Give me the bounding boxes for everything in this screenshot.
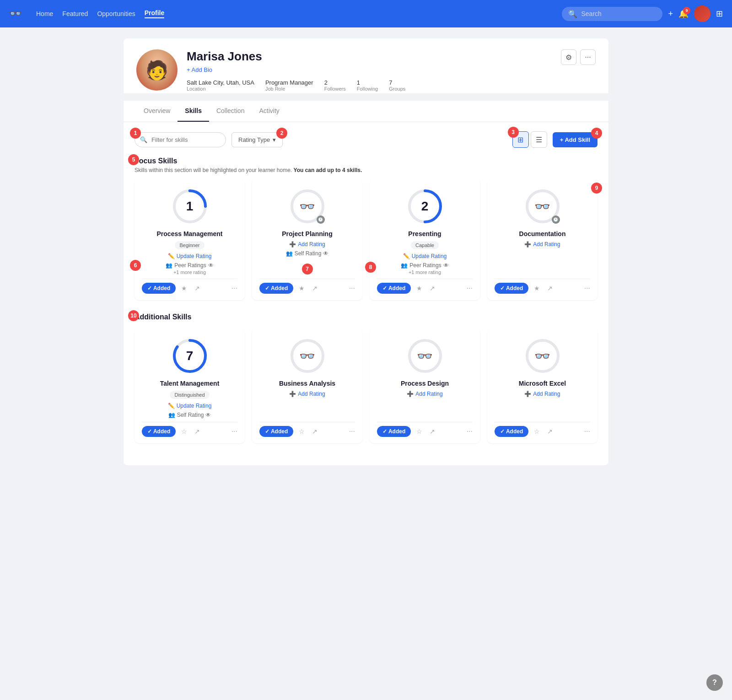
project-planning-add-rating[interactable]: ➕ Add Rating bbox=[289, 241, 325, 248]
microsoft-excel-name: Microsoft Excel bbox=[519, 380, 566, 387]
talent-mgmt-name: Talent Management bbox=[160, 380, 220, 387]
skills-filter-input[interactable] bbox=[135, 132, 226, 147]
business-analysis-star-btn[interactable]: ☆ bbox=[297, 427, 307, 436]
documentation-circle: 👓 🕐 bbox=[524, 188, 561, 225]
process-design-dots[interactable]: ··· bbox=[467, 427, 473, 436]
business-analysis-added-btn[interactable]: ✓ Added bbox=[259, 426, 293, 437]
process-mgmt-badge: Beginner bbox=[175, 241, 204, 249]
notifications-button[interactable]: 🔔 9 bbox=[678, 9, 689, 19]
add-button[interactable]: + bbox=[668, 9, 673, 19]
add-skill-button[interactable]: + Add Skill bbox=[553, 132, 597, 147]
process-design-add-rating[interactable]: ➕ Add Rating bbox=[407, 391, 442, 397]
project-planning-added-btn[interactable]: ✓ Added bbox=[259, 283, 293, 294]
talent-mgmt-dots[interactable]: ··· bbox=[231, 427, 237, 436]
process-mgmt-circle: 1 bbox=[172, 188, 208, 225]
followers-label[interactable]: Followers bbox=[324, 86, 346, 92]
visibility-icon: 👁 bbox=[208, 262, 214, 269]
process-design-share-btn[interactable]: ↗ bbox=[428, 427, 437, 436]
documentation-add-rating[interactable]: ➕ Add Rating bbox=[524, 241, 560, 248]
process-design-icon: 👓 bbox=[407, 338, 443, 374]
skill-card-business-analysis: 👓 Business Analysis ➕ Add Rating ✓ Added… bbox=[252, 328, 362, 443]
process-mgmt-share-btn[interactable]: ↗ bbox=[193, 284, 202, 293]
process-mgmt-star-btn[interactable]: ★ bbox=[179, 284, 189, 293]
peers-icon: 👥 bbox=[166, 262, 172, 269]
additional-skills-grid: 7 Talent Management Distinguished ✏️ Upd… bbox=[135, 328, 597, 443]
presenting-added-btn[interactable]: ✓ Added bbox=[377, 283, 411, 294]
process-mgmt-peer-ratings: 👥 Peer Ratings 👁 bbox=[166, 262, 213, 269]
presenting-footer: ✓ Added ★ ↗ ··· bbox=[377, 279, 473, 294]
presenting-update-rating[interactable]: ✏️ Update Rating bbox=[403, 253, 447, 259]
tab-collection[interactable]: Collection bbox=[209, 101, 252, 122]
tab-overview[interactable]: Overview bbox=[136, 101, 178, 122]
groups-label: Groups bbox=[389, 86, 405, 92]
process-design-footer: ✓ Added ☆ ↗ ··· bbox=[377, 422, 473, 437]
badge-4: 4 bbox=[591, 128, 602, 139]
search-icon: 🔍 bbox=[568, 10, 577, 18]
process-mgmt-added-btn[interactable]: ✓ Added bbox=[142, 283, 176, 294]
list-view-button[interactable]: ☰ bbox=[531, 131, 547, 148]
grid-menu-button[interactable]: ⊞ bbox=[716, 9, 723, 19]
project-planning-circle: 👓 🕐 bbox=[289, 188, 326, 225]
avatar[interactable] bbox=[694, 5, 710, 22]
business-analysis-share-btn[interactable]: ↗ bbox=[310, 427, 319, 436]
talent-mgmt-share-btn[interactable]: ↗ bbox=[193, 427, 202, 436]
nav-opportunities[interactable]: Opportunities bbox=[97, 10, 135, 17]
project-planning-star-btn[interactable]: ★ bbox=[297, 284, 307, 293]
search-input[interactable] bbox=[581, 10, 656, 17]
jobrole-detail: Program Manager Job Role bbox=[265, 79, 313, 92]
badge-1: 1 bbox=[130, 128, 141, 139]
microsoft-excel-add-rating[interactable]: ➕ Add Rating bbox=[524, 391, 560, 397]
focus-skills-subtitle: Skills within this section will be highl… bbox=[135, 167, 597, 173]
nav-profile[interactable]: Profile bbox=[145, 9, 165, 18]
presenting-circle: 2 bbox=[407, 188, 443, 225]
process-design-star-btn[interactable]: ☆ bbox=[414, 427, 424, 436]
jobrole-value: Program Manager bbox=[265, 79, 313, 86]
badge-10: 10 bbox=[128, 310, 139, 321]
documentation-dots[interactable]: ··· bbox=[584, 284, 590, 292]
process-mgmt-update-rating[interactable]: ✏️ Update Rating bbox=[168, 253, 212, 259]
microsoft-excel-dots[interactable]: ··· bbox=[584, 427, 590, 436]
settings-button[interactable]: ⚙ bbox=[561, 49, 576, 65]
rating-type-label: Rating Type bbox=[238, 136, 270, 143]
profile-details: Salt Lake City, Utah, USA Location Progr… bbox=[187, 79, 561, 92]
project-planning-dots[interactable]: ··· bbox=[349, 284, 355, 292]
talent-mgmt-update-rating[interactable]: ✏️ Update Rating bbox=[168, 403, 212, 409]
microsoft-excel-icon: 👓 bbox=[524, 338, 561, 374]
project-planning-name: Project Planning bbox=[282, 230, 332, 237]
documentation-share-btn[interactable]: ↗ bbox=[545, 284, 554, 293]
documentation-star-btn[interactable]: ★ bbox=[532, 284, 542, 293]
followers-detail: 2 Followers bbox=[324, 79, 346, 92]
microsoft-excel-share-btn[interactable]: ↗ bbox=[545, 427, 554, 436]
talent-mgmt-added-btn[interactable]: ✓ Added bbox=[142, 426, 176, 437]
presenting-share-btn[interactable]: ↗ bbox=[428, 284, 437, 293]
business-analysis-add-rating[interactable]: ➕ Add Rating bbox=[289, 391, 325, 397]
microsoft-excel-star-btn[interactable]: ☆ bbox=[532, 427, 542, 436]
visibility-icon4: 👁 bbox=[205, 412, 211, 418]
help-button[interactable]: ? bbox=[706, 674, 723, 691]
search-bar[interactable]: 🔍 bbox=[562, 7, 662, 21]
tab-skills[interactable]: Skills bbox=[178, 101, 209, 122]
following-label[interactable]: Following bbox=[357, 86, 378, 92]
tab-activity[interactable]: Activity bbox=[252, 101, 286, 122]
business-analysis-dots[interactable]: ··· bbox=[349, 427, 355, 436]
rating-type-button[interactable]: Rating Type ▾ bbox=[231, 132, 283, 147]
process-mgmt-more-rating: +1 more rating bbox=[173, 269, 206, 275]
skill-card-talent-management: 7 Talent Management Distinguished ✏️ Upd… bbox=[135, 328, 245, 443]
nav-links: Home Featured Opportunities Profile bbox=[36, 9, 164, 18]
nav-featured[interactable]: Featured bbox=[62, 10, 88, 17]
process-design-added-btn[interactable]: ✓ Added bbox=[377, 426, 411, 437]
process-mgmt-dots[interactable]: ··· bbox=[231, 284, 237, 292]
filter-input-wrap: 🔍 bbox=[135, 132, 226, 147]
badge-8: 8 bbox=[365, 262, 376, 273]
talent-mgmt-star-btn[interactable]: ☆ bbox=[179, 427, 189, 436]
more-options-button[interactable]: ··· bbox=[580, 49, 596, 65]
profile-avatar: 🧑 bbox=[136, 49, 178, 91]
nav-home[interactable]: Home bbox=[36, 10, 53, 17]
project-planning-share-btn[interactable]: ↗ bbox=[310, 284, 319, 293]
peers-icon2: 👥 bbox=[401, 262, 408, 269]
documentation-added-btn[interactable]: ✓ Added bbox=[495, 283, 528, 294]
add-bio-link[interactable]: + Add Bio bbox=[187, 66, 212, 73]
microsoft-excel-added-btn[interactable]: ✓ Added bbox=[495, 426, 528, 437]
presenting-star-btn[interactable]: ★ bbox=[414, 284, 424, 293]
presenting-dots[interactable]: ··· bbox=[467, 284, 473, 292]
